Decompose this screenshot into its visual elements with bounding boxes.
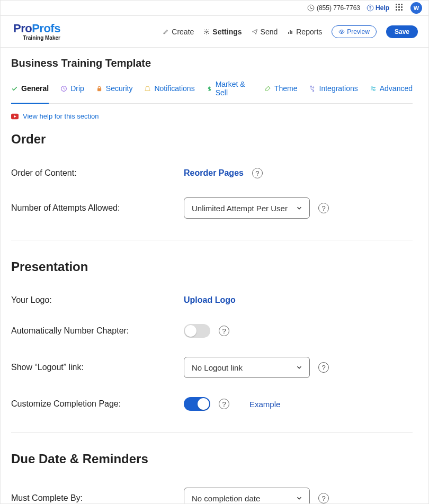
- lock-icon: [96, 85, 103, 92]
- section-due-date: Due Date & Reminders Must Complete By: N…: [11, 452, 413, 503]
- svg-point-10: [310, 86, 311, 87]
- auto-number-toggle[interactable]: [184, 324, 210, 338]
- pencil-icon: [163, 29, 169, 35]
- tab-theme[interactable]: Theme: [264, 77, 298, 103]
- row-customize-completion: Customize Completion Page: ? Example: [11, 397, 413, 411]
- nav-send[interactable]: Send: [252, 28, 278, 36]
- dollar-icon: [207, 85, 212, 92]
- presentation-heading: Presentation: [11, 259, 413, 274]
- svg-point-13: [371, 86, 372, 88]
- tab-notifications[interactable]: Notifications: [144, 77, 194, 103]
- apps-grid-icon[interactable]: [396, 4, 404, 12]
- tab-drip[interactable]: Drip: [60, 77, 84, 103]
- nav-reports[interactable]: Reports: [287, 28, 322, 36]
- help-label: Help: [376, 4, 389, 12]
- phone-text: (855) 776-7763: [317, 4, 360, 12]
- help-link[interactable]: ? Help: [367, 4, 389, 12]
- eye-icon: [338, 29, 345, 35]
- logo-part1: Pro: [13, 22, 32, 35]
- svg-rect-9: [97, 88, 101, 91]
- clock-icon: [60, 85, 67, 92]
- logout-label: Show “Logout” link:: [11, 363, 184, 372]
- send-icon: [252, 29, 258, 35]
- svg-point-14: [373, 89, 375, 91]
- check-badge-icon: [11, 85, 18, 92]
- brush-icon: [264, 85, 271, 92]
- order-heading: Order: [11, 132, 413, 147]
- main-header: ProProfs Training Maker Create Settings …: [1, 16, 428, 48]
- bar-chart-icon: [287, 29, 293, 35]
- svg-rect-6: [291, 31, 292, 34]
- help-icon[interactable]: ?: [219, 399, 229, 409]
- example-link[interactable]: Example: [249, 400, 280, 409]
- reorder-pages-link[interactable]: Reorder Pages: [184, 168, 244, 178]
- svg-point-12: [312, 90, 314, 91]
- help-icon[interactable]: ?: [318, 203, 329, 213]
- chevron-down-icon: [296, 204, 303, 212]
- branch-icon: [309, 85, 316, 92]
- logo-part2: Profs: [32, 22, 60, 35]
- completion-label: Customize Completion Page:: [11, 399, 184, 409]
- logout-value: No Logout link: [192, 363, 243, 372]
- svg-text:?: ?: [369, 6, 371, 11]
- due-heading: Due Date & Reminders: [11, 452, 413, 466]
- logo-sub: Training Maker: [23, 35, 60, 41]
- tab-general[interactable]: General: [11, 77, 49, 103]
- upload-logo-link[interactable]: Upload Logo: [184, 295, 236, 305]
- nav-create[interactable]: Create: [163, 28, 194, 36]
- row-order-of-content: Order of Content: Reorder Pages ?: [11, 168, 413, 178]
- preview-button[interactable]: Preview: [332, 25, 377, 38]
- svg-point-11: [312, 87, 314, 88]
- sliders-icon: [370, 85, 377, 92]
- order-of-content-label: Order of Content:: [11, 168, 184, 178]
- must-complete-select[interactable]: No completion date: [184, 488, 310, 503]
- help-icon[interactable]: ?: [219, 326, 229, 336]
- avatar[interactable]: W: [410, 2, 422, 14]
- chevron-down-icon: [296, 494, 303, 502]
- tab-advanced[interactable]: Advanced: [370, 77, 413, 103]
- attempts-select[interactable]: Unlimited Attempt Per User: [184, 197, 310, 219]
- logout-select[interactable]: No Logout link: [184, 357, 310, 378]
- logo[interactable]: ProProfs Training Maker: [13, 23, 60, 41]
- completion-toggle[interactable]: [184, 397, 210, 411]
- tab-security[interactable]: Security: [96, 77, 133, 103]
- tab-market-sell[interactable]: Market & Sell: [207, 77, 253, 103]
- bell-icon: [144, 85, 151, 92]
- help-icon[interactable]: ?: [252, 168, 263, 178]
- svg-point-7: [341, 31, 343, 32]
- main-nav: Create Settings Send Reports Preview Sav…: [163, 25, 418, 38]
- section-presentation: Presentation Your Logo: Upload Logo Auto…: [11, 259, 413, 433]
- your-logo-label: Your Logo:: [11, 295, 184, 305]
- page-title: Business Training Template: [11, 57, 413, 69]
- attempts-label: Number of Attempts Allowed:: [11, 203, 184, 213]
- must-complete-label: Must Complete By:: [11, 493, 184, 503]
- utility-bar: (855) 776-7763 ? Help W: [1, 1, 428, 16]
- auto-number-label: Automatically Number Chapter:: [11, 326, 184, 336]
- content-area: Business Training Template General Drip …: [1, 48, 428, 503]
- nav-settings[interactable]: Settings: [203, 28, 242, 36]
- attempts-value: Unlimited Attempt Per User: [192, 204, 288, 213]
- phone-number: (855) 776-7763: [307, 4, 360, 12]
- row-must-complete: Must Complete By: No completion date ?: [11, 488, 413, 503]
- view-help-link[interactable]: View help for this section: [11, 112, 413, 120]
- tab-integrations[interactable]: Integrations: [309, 77, 358, 103]
- youtube-icon: [11, 113, 19, 120]
- row-logout-link: Show “Logout” link: No Logout link ?: [11, 357, 413, 378]
- row-auto-number: Automatically Number Chapter: ?: [11, 324, 413, 338]
- svg-point-3: [206, 31, 208, 32]
- gear-icon: [203, 29, 210, 35]
- must-complete-value: No completion date: [192, 494, 260, 503]
- chevron-down-icon: [296, 364, 303, 371]
- phone-icon: [307, 4, 315, 12]
- row-attempts: Number of Attempts Allowed: Unlimited At…: [11, 197, 413, 219]
- row-your-logo: Your Logo: Upload Logo: [11, 295, 413, 305]
- section-order: Order Order of Content: Reorder Pages ? …: [11, 132, 413, 240]
- help-icon: ?: [367, 4, 374, 12]
- svg-rect-5: [290, 30, 291, 34]
- help-icon[interactable]: ?: [318, 362, 329, 373]
- svg-rect-4: [288, 32, 289, 34]
- help-icon[interactable]: ?: [318, 493, 329, 503]
- avatar-initial: W: [414, 5, 419, 11]
- settings-tabs: General Drip Security Notifications Mark…: [11, 77, 413, 104]
- save-button[interactable]: Save: [386, 25, 418, 38]
